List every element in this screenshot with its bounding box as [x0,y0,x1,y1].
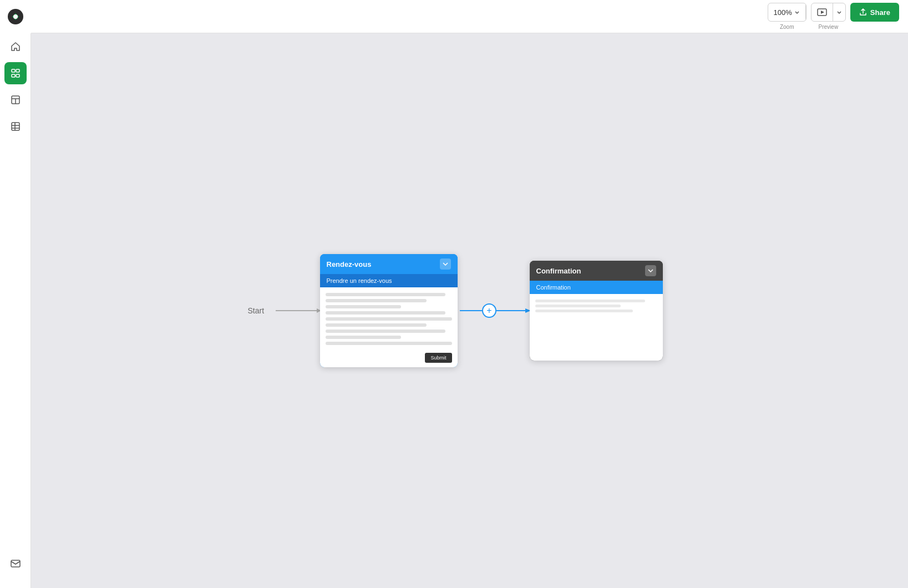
svg-rect-4 [12,69,15,72]
confirm-line-2 [535,305,621,307]
confirm-body [530,294,663,361]
form-line-4 [326,311,446,315]
preview-label: Preview [819,24,839,30]
zoom-label: Zoom [780,24,794,30]
rendez-header: Rendez-vous [320,254,458,274]
main-canvas: Start Rendez-vous Prendre un rendez-vous [31,33,908,588]
logo [0,0,31,33]
sidebar [0,0,31,588]
rendez-collapse-btn[interactable] [440,258,451,270]
share-button[interactable]: Share [850,3,899,22]
form-line-6 [326,323,427,327]
preview-button[interactable] [811,3,846,22]
zoom-text: 100% [774,8,792,17]
sidebar-item-home[interactable] [4,36,27,58]
preview-group: Preview [811,3,846,30]
start-text: Start [248,306,265,315]
svg-rect-6 [12,74,15,77]
start-label: Start [248,306,266,315]
form-line-2 [326,299,427,302]
form-line-9 [326,342,452,345]
svg-point-1 [13,14,18,19]
sidebar-bottom [4,550,27,577]
svg-marker-3 [821,11,824,14]
confirm-title: Confirmation [536,267,581,275]
zoom-value: 100% [768,3,806,21]
zoom-group: 100% Zoom [768,3,806,30]
svg-rect-5 [16,69,19,72]
preview-icon [811,3,833,21]
rendez-body: Submit [320,287,458,367]
sidebar-item-layout[interactable] [4,89,27,111]
confirm-collapse-btn[interactable] [645,265,656,276]
node-rendez-vous[interactable]: Rendez-vous Prendre un rendez-vous [320,254,458,367]
node-confirmation[interactable]: Confirmation Confirmation [530,261,663,361]
zoom-control[interactable]: 100% [768,3,806,22]
sidebar-item-mail[interactable] [4,552,27,575]
form-line-8 [326,336,402,339]
svg-text:+: + [486,306,491,315]
form-line-7 [326,330,446,333]
rendez-subtitle-text: Prendre un rendez-vous [327,277,392,284]
start-arrow [276,307,321,315]
form-line-3 [326,305,402,308]
preview-dropdown-btn[interactable] [833,3,845,21]
confirm-line-3 [535,310,633,312]
share-label: Share [870,8,890,17]
form-line-5 [326,317,452,321]
sidebar-item-table[interactable] [4,115,27,138]
svg-rect-11 [12,123,19,130]
submit-label: Submit [430,355,446,361]
rendez-title: Rendez-vous [327,260,372,268]
rendez-subtitle: Prendre un rendez-vous [320,274,458,287]
confirm-header: Confirmation [530,261,663,281]
svg-rect-15 [11,560,20,567]
topbar: 100% Zoom Preview [0,0,908,33]
connector-arrow: + [460,302,531,319]
rendez-submit-btn[interactable]: Submit [425,353,452,363]
share-group: Share Share [850,3,899,30]
sidebar-item-workflow[interactable] [4,62,27,84]
confirm-line-1 [535,300,645,302]
confirm-subtitle: Confirmation [530,281,663,294]
svg-rect-7 [16,74,19,77]
form-line-1 [326,293,446,296]
workflow-diagram: Start Rendez-vous Prendre un rendez-vous [248,222,692,399]
confirm-subtitle-text: Confirmation [536,284,571,291]
